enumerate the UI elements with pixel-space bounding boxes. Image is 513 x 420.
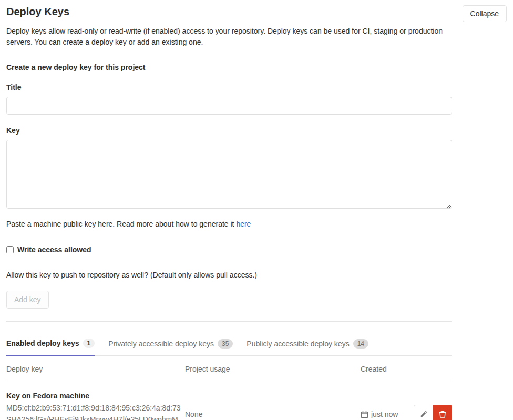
edit-key-button[interactable] <box>414 405 433 420</box>
add-key-button[interactable]: Add key <box>6 291 49 309</box>
fingerprint-sha256: SHA256:lGx/RHEsEi9JkxMnvw4HZl/e25LD0wphm… <box>6 415 178 420</box>
deploy-key-fingerprints: MD5:cf:b2:b9:53:71:d1:f8:9d:18:84:95:c3:… <box>6 402 182 420</box>
page-header: Deploy Keys Collapse <box>6 0 507 22</box>
project-usage-value: None <box>185 410 361 418</box>
write-access-checkbox[interactable] <box>6 246 14 253</box>
deploy-keys-tabs: Enabled deploy keys 1 Privately accessib… <box>6 332 452 356</box>
collapse-button[interactable]: Collapse <box>463 5 507 22</box>
tab-count-badge: 35 <box>218 339 233 349</box>
deploy-key-title: Key on Fedora machine <box>6 392 182 400</box>
key-label: Key <box>6 126 452 135</box>
tab-label: Publicly accessible deploy keys <box>247 340 349 348</box>
key-hint-text: Paste a machine public key here. Read mo… <box>6 220 236 228</box>
deploy-keys-settings-page: Deploy Keys Collapse Deploy keys allow r… <box>0 0 513 420</box>
tab-label: Enabled deploy keys <box>6 339 79 347</box>
new-deploy-key-form: Create a new deploy key for this project… <box>6 63 452 420</box>
section-divider <box>6 321 452 322</box>
deploy-key-info: Key on Fedora machine MD5:cf:b2:b9:53:71… <box>6 392 185 420</box>
delete-key-button[interactable] <box>433 405 452 420</box>
keys-table-header: Deploy key Project usage Created <box>6 356 452 382</box>
column-header-project-usage: Project usage <box>185 365 361 373</box>
tab-count-badge: 1 <box>83 339 95 348</box>
deploy-key-row: Key on Fedora machine MD5:cf:b2:b9:53:71… <box>6 382 452 420</box>
title-input[interactable] <box>6 97 452 115</box>
column-header-created: Created <box>361 365 452 373</box>
tab-count-badge: 14 <box>353 339 368 349</box>
trash-icon <box>438 410 447 418</box>
tab-privately-accessible-deploy-keys[interactable]: Privately accessible deploy keys 35 <box>108 332 233 355</box>
key-actions <box>414 405 452 420</box>
write-access-label[interactable]: Write access allowed <box>17 245 91 254</box>
pencil-icon <box>419 410 428 418</box>
title-label: Title <box>6 83 452 91</box>
calendar-icon <box>361 411 368 418</box>
tab-enabled-deploy-keys[interactable]: Enabled deploy keys 1 <box>6 332 95 356</box>
tab-label: Privately accessible deploy keys <box>108 340 214 348</box>
page-title: Deploy Keys <box>6 5 69 18</box>
generate-key-link[interactable]: here <box>236 220 251 228</box>
deploy-key-meta: just now <box>361 405 452 420</box>
write-access-help: Allow this key to push to repository as … <box>6 270 452 280</box>
fingerprint-md5: MD5:cf:b2:b9:53:71:d1:f8:9d:18:84:95:c3:… <box>6 404 181 412</box>
created-at: just now <box>361 410 398 418</box>
column-header-deploy-key: Deploy key <box>6 365 185 373</box>
form-heading: Create a new deploy key for this project <box>6 63 452 71</box>
tab-publicly-accessible-deploy-keys[interactable]: Publicly accessible deploy keys 14 <box>247 332 368 355</box>
created-at-text: just now <box>371 410 398 418</box>
key-hint: Paste a machine public key here. Read mo… <box>6 219 452 229</box>
write-access-row: Write access allowed <box>6 245 452 254</box>
page-description: Deploy keys allow read-only or read-writ… <box>6 26 452 48</box>
key-textarea[interactable] <box>6 140 452 209</box>
